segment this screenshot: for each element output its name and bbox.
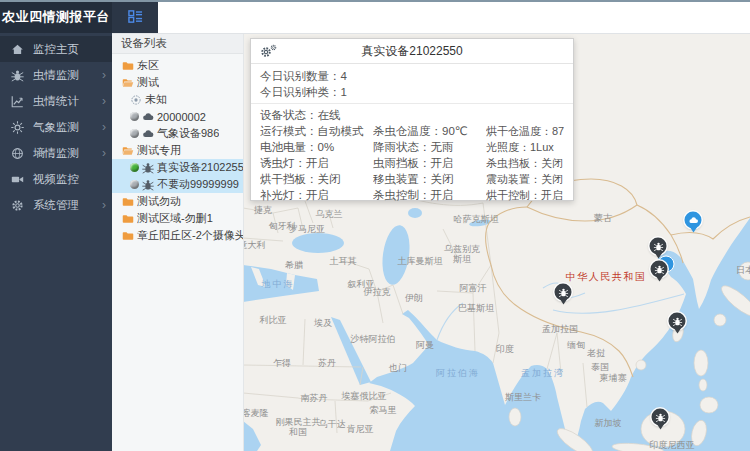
popup-grid-cell: 电池电量：0% bbox=[260, 139, 373, 155]
device-panel-title: 设备列表 bbox=[112, 33, 243, 54]
map-device-marker[interactable] bbox=[669, 313, 686, 338]
chevron-right-icon: › bbox=[102, 95, 106, 107]
popup-grid-cell: 杀虫挡板：关闭 bbox=[486, 155, 564, 171]
sidebar-item-system-manage[interactable]: 系统管理 › bbox=[0, 192, 112, 218]
popup-grid-row: 烘干挡板：关闭移虫装置：关闭震动装置：关闭 bbox=[260, 171, 564, 187]
popup-header: 真实设备21022550 bbox=[251, 39, 573, 64]
chevron-right-icon: › bbox=[102, 121, 106, 133]
menu-label: 墒情监测 bbox=[33, 146, 102, 161]
tree-item-label: 章丘阳丘区-2个摄像头 bbox=[137, 228, 243, 243]
device-tree-row[interactable]: 章丘阳丘区-2个摄像头 bbox=[112, 227, 243, 244]
popup-grid-row: 运行模式：自动模式杀虫仓温度：90℃烘干仓温度：87℃ bbox=[260, 123, 564, 139]
menu-label: 监控主页 bbox=[33, 42, 102, 57]
tree-item-icon bbox=[122, 213, 134, 225]
popup-grid-row: 电池电量：0%降雨状态：无雨光照度：1Lux bbox=[260, 139, 564, 155]
popup-grid-cell: 烘干仓温度：87℃ bbox=[486, 123, 564, 139]
menu-icon bbox=[11, 199, 24, 212]
popup-grid-cell: 补光灯：开启 bbox=[260, 187, 373, 203]
popup-grid-cell: 诱虫灯：开启 bbox=[260, 155, 373, 171]
status-dot bbox=[130, 180, 139, 189]
tree-item-label: 未知 bbox=[145, 92, 167, 107]
tree-item-label: 20000002 bbox=[157, 111, 206, 123]
settings-icon[interactable] bbox=[260, 44, 278, 59]
device-tree-row[interactable]: 不要动99999999 bbox=[112, 176, 243, 193]
device-tree-row[interactable]: 测试区域-勿删1 bbox=[112, 210, 243, 227]
device-tree-row[interactable]: 气象设备986 bbox=[112, 125, 243, 142]
sidebar-menu: 监控主页 › 虫情监测 › 虫情统计 › 气象监测 › 墒情监测 › 视频监控 … bbox=[0, 33, 112, 218]
device-tree-row[interactable]: 测试专用 bbox=[112, 142, 243, 159]
sidebar-item-insect-stats[interactable]: 虫情统计 › bbox=[0, 88, 112, 114]
sidebar-item-home[interactable]: 监控主页 › bbox=[0, 36, 112, 62]
collapse-sidebar-button[interactable] bbox=[112, 0, 158, 33]
marker-glyph-icon bbox=[558, 287, 568, 297]
popup-device-status: 设备状态：在线 bbox=[260, 107, 564, 123]
sidebar-item-weather-monitor[interactable]: 气象监测 › bbox=[0, 114, 112, 140]
chevron-right-icon: › bbox=[102, 69, 106, 81]
device-tree-row[interactable]: 东区 bbox=[112, 57, 243, 74]
chevron-right-icon: › bbox=[102, 147, 106, 159]
map-device-marker[interactable] bbox=[651, 261, 668, 286]
popup-grid-cell: 杀虫控制：开启 bbox=[373, 187, 486, 203]
sidebar-item-video-monitor[interactable]: 视频监控 › bbox=[0, 166, 112, 192]
popup-grid-row: 补光灯：开启杀虫控制：开启烘干控制：开启 bbox=[260, 187, 564, 203]
tree-item-icon bbox=[142, 179, 154, 191]
map-canvas[interactable]: 捷克乌克兰匈牙利罗马尼亚意大利希腊土耳其哈萨克斯坦乌兹别克斯坦土库曼斯坦阿富汗伊… bbox=[243, 33, 750, 451]
marker-glyph-icon bbox=[654, 264, 664, 274]
map-device-marker[interactable] bbox=[685, 212, 702, 237]
map-device-marker[interactable] bbox=[555, 284, 572, 309]
app-title: 农业四情测报平台 bbox=[0, 0, 112, 33]
status-dot bbox=[130, 163, 139, 172]
menu-icon bbox=[11, 95, 24, 108]
tree-item-label: 东区 bbox=[137, 58, 159, 73]
sidebar-item-soil-monitor[interactable]: 墒情监测 › bbox=[0, 140, 112, 166]
sidebar-item-insect-monitor[interactable]: 虫情监测 › bbox=[0, 62, 112, 88]
menu-icon bbox=[11, 121, 24, 134]
tree-item-icon bbox=[142, 162, 154, 174]
popup-summary-line: 今日识别种类：1 bbox=[260, 84, 564, 100]
menu-label: 系统管理 bbox=[33, 198, 102, 213]
menu-label: 虫情统计 bbox=[33, 94, 102, 109]
popup-divider bbox=[251, 103, 573, 104]
menu-label: 视频监控 bbox=[33, 172, 102, 187]
tree-item-label: 测试勿动 bbox=[137, 194, 181, 209]
popup-grid-cell: 烘干控制：开启 bbox=[486, 187, 564, 203]
menu-icon bbox=[11, 147, 24, 160]
popup-grid-cell: 移虫装置：关闭 bbox=[373, 171, 486, 187]
topbar bbox=[112, 0, 750, 34]
marker-glyph-icon bbox=[672, 316, 682, 326]
marker-glyph-icon bbox=[655, 412, 665, 422]
marker-glyph-icon bbox=[653, 241, 663, 251]
tree-item-icon bbox=[142, 111, 154, 123]
device-tree-row[interactable]: 20000002 bbox=[112, 108, 243, 125]
menu-icon bbox=[11, 43, 24, 56]
device-tree-row[interactable]: 测试 bbox=[112, 74, 243, 91]
menu-icon bbox=[11, 69, 24, 82]
popup-grid-cell: 虫雨挡板：开启 bbox=[373, 155, 486, 171]
tree-item-icon bbox=[142, 128, 154, 140]
popup-grid-cell: 光照度：1Lux bbox=[486, 139, 564, 155]
popup-grid-cell: 烘干挡板：关闭 bbox=[260, 171, 373, 187]
tree-item-icon bbox=[122, 60, 134, 72]
tree-item-label: 气象设备986 bbox=[157, 126, 219, 141]
device-tree: 东区 测试 未知 20000002 气象设备986 测试专用 真实设备21022… bbox=[112, 54, 243, 244]
tree-item-icon bbox=[122, 77, 134, 89]
device-tree-row[interactable]: 未知 bbox=[112, 91, 243, 108]
menu-label: 虫情监测 bbox=[33, 68, 102, 83]
device-panel: 设备列表 东区 测试 未知 20000002 气象设备986 测试专用 真实设备… bbox=[112, 33, 244, 451]
device-tree-row[interactable]: 测试勿动 bbox=[112, 193, 243, 210]
tree-item-label: 测试专用 bbox=[137, 143, 181, 158]
map-device-marker[interactable] bbox=[652, 409, 669, 434]
popup-grid-cell: 杀虫仓温度：90℃ bbox=[373, 123, 486, 139]
menu-icon bbox=[11, 173, 24, 186]
tree-item-icon bbox=[122, 196, 134, 208]
tree-item-label: 测试 bbox=[137, 75, 159, 90]
map-device-marker[interactable] bbox=[650, 238, 667, 263]
popup-body: 今日识别数量：4今日识别种类：1 设备状态：在线 运行模式：自动模式杀虫仓温度：… bbox=[251, 64, 573, 203]
tree-item-icon bbox=[122, 230, 134, 242]
chevron-right-icon: › bbox=[102, 199, 106, 211]
popup-grid-cell: 震动装置：关闭 bbox=[486, 171, 564, 187]
device-tree-row[interactable]: 真实设备21022550 bbox=[112, 159, 243, 176]
menu-label: 气象监测 bbox=[33, 120, 102, 135]
popup-summary-line: 今日识别数量：4 bbox=[260, 68, 564, 84]
popup-grid-cell: 降雨状态：无雨 bbox=[373, 139, 486, 155]
